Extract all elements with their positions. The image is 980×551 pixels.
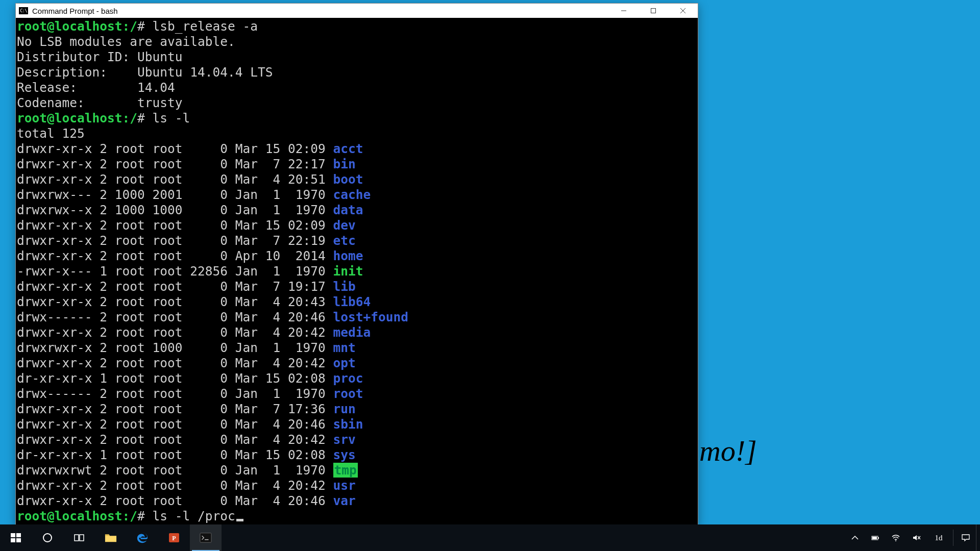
svg-rect-13 (872, 537, 877, 539)
wifi-tray-icon[interactable] (886, 524, 906, 551)
action-center-button[interactable] (955, 524, 976, 551)
terminal-output[interactable]: root@localhost:/# lsb_release -a No LSB … (16, 18, 698, 526)
clock-tray[interactable]: 1d (926, 524, 951, 551)
chevron-up-icon (850, 533, 860, 542)
svg-rect-0 (651, 9, 656, 13)
svg-point-5 (43, 534, 52, 542)
wifi-icon (891, 533, 900, 542)
svg-rect-7 (80, 535, 84, 541)
show-desktop-button[interactable] (976, 524, 980, 551)
svg-rect-1 (11, 533, 15, 537)
edge-icon (136, 532, 149, 544)
maximize-button[interactable] (639, 4, 668, 18)
volume-tray-icon[interactable] (906, 524, 926, 551)
powerpoint-button[interactable]: P (158, 524, 190, 551)
window-title: Command Prompt - bash (32, 7, 118, 15)
start-button[interactable] (0, 524, 32, 551)
svg-text:P: P (172, 535, 176, 542)
battery-icon (871, 533, 880, 542)
battery-tray-icon[interactable] (865, 524, 886, 551)
svg-point-14 (895, 540, 896, 541)
minimize-button[interactable] (609, 4, 639, 18)
svg-rect-12 (878, 537, 879, 539)
cmd-icon: C:\ (19, 7, 28, 14)
powerpoint-icon: P (168, 532, 180, 544)
edge-button[interactable] (127, 524, 158, 551)
terminal-icon (200, 532, 212, 544)
task-view-icon (73, 532, 85, 544)
taskbar: P 1d (0, 524, 980, 551)
tray-separator (953, 530, 953, 546)
svg-rect-6 (75, 535, 79, 541)
tray-overflow-button[interactable] (845, 524, 865, 551)
background-presentation-text: mo!] (699, 434, 757, 468)
cortana-icon (41, 532, 54, 544)
cortana-button[interactable] (32, 524, 63, 551)
close-button[interactable] (668, 4, 698, 18)
windows-icon (10, 532, 22, 544)
svg-rect-4 (16, 538, 21, 542)
titlebar[interactable]: C:\ Command Prompt - bash (16, 4, 698, 18)
folder-icon (105, 532, 117, 544)
file-explorer-button[interactable] (95, 524, 127, 551)
volume-mute-icon (912, 533, 921, 542)
command-prompt-taskbar-button[interactable] (190, 524, 222, 551)
task-view-button[interactable] (63, 524, 95, 551)
svg-rect-3 (11, 538, 15, 542)
notification-icon (961, 533, 970, 542)
command-prompt-window: C:\ Command Prompt - bash root@localhost… (15, 3, 698, 527)
svg-rect-10 (200, 533, 211, 542)
svg-rect-2 (16, 533, 21, 537)
